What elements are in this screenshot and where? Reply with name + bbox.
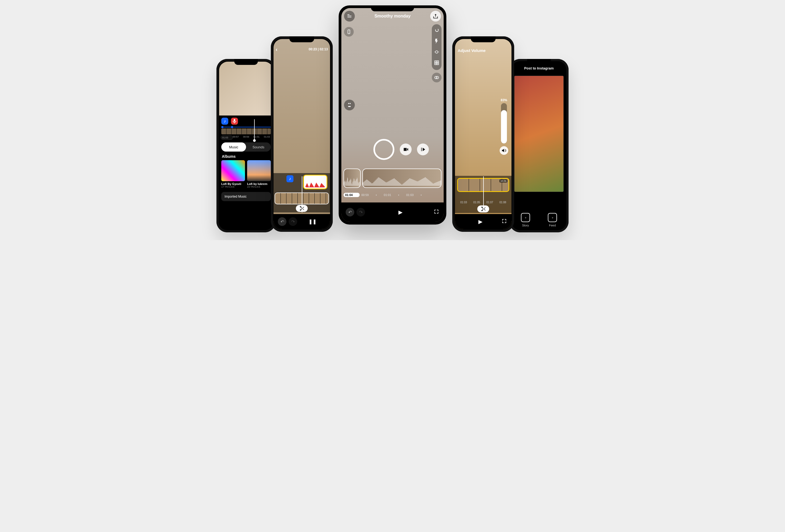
share-story-button[interactable]: ＋ Story — [521, 213, 530, 227]
share-label: Feed — [549, 224, 556, 227]
plus-icon: ＋ — [548, 213, 557, 222]
volume-slider[interactable] — [501, 103, 507, 144]
music-icon[interactable]: ♪ — [221, 118, 228, 125]
clip-thumb[interactable] — [344, 169, 361, 188]
back-icon[interactable]: ‹ — [276, 47, 278, 52]
redo-button[interactable]: ↷ — [356, 208, 365, 217]
phone-track-editor: ‹ 00:23 | 02:13 ♪ ↶ ↷ ❚❚ — [271, 36, 333, 232]
fullscreen-button[interactable] — [433, 209, 439, 216]
tab-music[interactable]: Music — [221, 143, 246, 152]
export-preview — [514, 76, 564, 192]
flip-camera-icon[interactable] — [434, 27, 439, 34]
svg-rect-0 — [348, 30, 350, 34]
orientation-button[interactable] — [344, 27, 354, 36]
clip-duration-badge: 10.0s — [499, 179, 507, 182]
tab-sounds[interactable]: Sounds — [246, 145, 271, 149]
hero-preview — [219, 62, 273, 116]
camera-tools-rail — [432, 24, 441, 70]
speaker-icon[interactable] — [500, 146, 508, 155]
record-button[interactable] — [373, 139, 395, 160]
playhead[interactable] — [483, 176, 484, 212]
elapsed-total-label: 00:23 | 02:13 — [309, 47, 328, 51]
project-list-button[interactable] — [344, 11, 355, 22]
phone-adjust-volume: Adjust Volume 83% 10.0s 01:03 01:05 01:0… — [452, 36, 514, 232]
lens-icon[interactable] — [434, 49, 439, 56]
flash-icon[interactable] — [434, 38, 439, 45]
track-type-row: ♪ — [221, 118, 271, 125]
svg-point-1 — [435, 51, 438, 53]
video-mode-button[interactable] — [400, 144, 412, 155]
album-card[interactable]: Lofi By Gyuvii 17 TRACKS — [221, 160, 245, 188]
share-button[interactable] — [430, 11, 441, 22]
share-label: Story — [522, 224, 529, 227]
redo-button[interactable]: ↷ — [288, 217, 297, 226]
play-button[interactable]: ▶ — [399, 209, 402, 216]
audio-clip-selected[interactable] — [303, 175, 327, 189]
playhead[interactable] — [254, 119, 255, 139]
plus-icon: ＋ — [521, 213, 530, 222]
filters-button[interactable] — [432, 73, 441, 82]
filmstrip[interactable] — [221, 128, 271, 134]
ruler: 01:03 00:57 00:59 01:01 01:03 — [221, 135, 271, 140]
grid-icon[interactable] — [434, 60, 439, 67]
speed-button[interactable] — [417, 144, 429, 155]
volume-fill — [501, 110, 507, 144]
time-ruler[interactable]: 01:04 00:59• 01:01• 01:03• — [344, 190, 441, 200]
album-title: Lofi by lukrem — [247, 182, 271, 185]
album-sub: 23 TRACKS — [247, 185, 271, 188]
library-tabs: Music Sounds — [221, 143, 271, 152]
current-time-badge: 01:03 — [221, 135, 233, 140]
share-feed-button[interactable]: ＋ Feed — [548, 213, 557, 227]
undo-button[interactable]: ↶ — [346, 208, 354, 217]
album-title: Lofi By Gyuvii — [221, 182, 245, 185]
pause-button[interactable]: ❚❚ — [308, 219, 316, 225]
undo-button[interactable]: ↶ — [278, 217, 286, 226]
imported-music-button[interactable]: Imported Music — [221, 192, 271, 201]
clip-thumb[interactable] — [362, 169, 441, 188]
current-time: 01:04 — [344, 193, 360, 197]
album-sub: 17 TRACKS — [221, 185, 245, 188]
play-button[interactable]: ▶ — [478, 218, 482, 225]
fullscreen-button[interactable] — [501, 218, 507, 225]
insertion-guide — [221, 127, 271, 127]
phone-music-library: ♪ 01:03 00:57 00:59 01:01 01:03 Music So… — [217, 59, 276, 232]
music-track-icon[interactable]: ♪ — [286, 175, 294, 182]
volume-percent: 83% — [501, 98, 507, 102]
phone-camera-record: Smoothy monday — [339, 5, 446, 225]
album-card[interactable]: Lofi by lukrem 23 TRACKS — [247, 160, 271, 188]
screen-title: Adjust Volume — [458, 48, 486, 53]
project-title: Smoothy monday — [375, 14, 410, 19]
mic-icon[interactable] — [231, 118, 238, 125]
phone-lineup: ♪ 01:03 00:57 00:59 01:01 01:03 Music So… — [216, 0, 569, 240]
section-albums: Albums — [222, 154, 270, 158]
playhead[interactable] — [302, 176, 302, 212]
beauty-button[interactable] — [344, 100, 355, 110]
phone-post-instagram: Post to Instagram ＋ Story ＋ Feed — [509, 59, 568, 232]
